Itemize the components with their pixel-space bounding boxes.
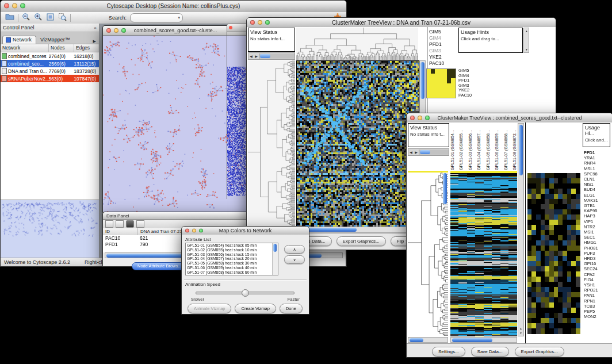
- treeview-button[interactable]: Export Graphics...: [336, 236, 386, 246]
- zoom-button[interactable]: [425, 116, 430, 120]
- minimize-button[interactable]: [258, 20, 262, 25]
- attribute-list-item[interactable]: GPL51-06 (GSM859) heat shock 40 min: [186, 266, 278, 270]
- minimize-button[interactable]: [192, 229, 196, 233]
- gene-label[interactable]: HAP3: [584, 213, 598, 219]
- gene-label[interactable]: RNR4: [584, 160, 598, 166]
- done-button[interactable]: Done: [280, 304, 303, 313]
- close-icon[interactable]: ×: [94, 25, 97, 30]
- close-button[interactable]: [185, 229, 189, 233]
- gene-label[interactable]: RPO21: [584, 288, 598, 293]
- tab-network[interactable]: Network: [2, 36, 36, 44]
- scroll-down-icon[interactable]: ▼: [524, 47, 529, 52]
- col-network[interactable]: Network: [1, 44, 49, 52]
- gene-label[interactable]: PFD1: [584, 150, 598, 155]
- gene-label[interactable]: GIM4: [429, 35, 444, 41]
- hints-vscrollbar[interactable]: ▲ ▼: [523, 28, 529, 53]
- zoom-button[interactable]: [20, 3, 25, 9]
- gene-label[interactable]: GTB1: [584, 203, 598, 208]
- close-button[interactable]: [250, 20, 255, 25]
- zoom-out-icon[interactable]: [22, 13, 30, 24]
- network-table-row[interactable]: combined_scores 2764(0) 16218(0): [1, 52, 99, 60]
- scroll-up-icon[interactable]: ▲: [518, 326, 523, 331]
- map-colors-titlebar[interactable]: Map Colors to Network: [182, 227, 309, 235]
- gene-label[interactable]: CPA2: [584, 272, 598, 277]
- scroll-right-icon[interactable]: ▶: [254, 54, 259, 58]
- treeview-dna-titlebar[interactable]: ClusterMaker TreeView : DNA and Tran 07-…: [247, 18, 556, 28]
- gene-label[interactable]: PHO81: [584, 246, 598, 251]
- attribute-list-item[interactable]: GPL51-05 (GSM858) heat shock 30 min: [186, 261, 278, 266]
- cytoscape-titlebar[interactable]: Cytoscape Desktop (Session Name: collins…: [1, 1, 346, 12]
- scroll-left-icon[interactable]: ◀: [408, 150, 414, 154]
- minimize-button[interactable]: [418, 116, 422, 120]
- open-folder-icon[interactable]: [5, 13, 14, 23]
- create-attribute-icon[interactable]: [116, 220, 124, 228]
- zoom-button[interactable]: [199, 229, 203, 233]
- treeview-button[interactable]: Settings...: [432, 347, 465, 357]
- scroll-right-icon[interactable]: ▶: [414, 150, 419, 154]
- attribute-list-item[interactable]: GPL51-01 (GSM854) heat shock 05 min: [186, 243, 278, 248]
- gene-label[interactable]: MAK31: [584, 198, 598, 203]
- col-nodes[interactable]: Nodes: [49, 44, 74, 52]
- gene-label[interactable]: PAC10: [429, 60, 444, 67]
- gene-label[interactable]: FIG4: [584, 277, 598, 282]
- gene-label[interactable]: SEC24: [584, 266, 598, 271]
- tree-nav-scrollbar[interactable]: ◀ ▶: [248, 52, 295, 60]
- heatmap-hscrollbar[interactable]: [296, 227, 418, 233]
- attribute-store-icon[interactable]: [126, 220, 134, 228]
- gene-label[interactable]: RPN1: [584, 298, 598, 304]
- search-input[interactable]: ▾: [130, 13, 183, 22]
- array-column-label[interactable]: GPL51-02 (GSM855...: [459, 123, 464, 170]
- network-table-row[interactable]: combined_sco... 2569(6) 13112(15): [1, 60, 99, 67]
- gene-label[interactable]: NIS1: [584, 182, 598, 187]
- zoom-button[interactable]: [265, 20, 270, 25]
- col-id[interactable]: ID: [103, 228, 138, 235]
- scroll-left-icon[interactable]: ◀: [248, 54, 254, 58]
- attribute-list-item[interactable]: GPL51-03 (GSM856) heat shock 15 min: [186, 252, 278, 257]
- attribute-list-item[interactable]: GPL51-02 (GSM855) heat shock 10 min: [186, 248, 278, 252]
- gene-label[interactable]: PAN1: [584, 293, 598, 298]
- slider-thumb[interactable]: [242, 289, 249, 297]
- gene-label[interactable]: HMG1: [584, 240, 598, 245]
- array-column-label[interactable]: GPL51-03 (GSM856...: [468, 123, 473, 170]
- heatmap-vscrollbar[interactable]: ▲ ▼: [518, 123, 524, 336]
- create-vizmap-button[interactable]: Create Vizmap: [235, 304, 276, 313]
- row-dendrogram[interactable]: [248, 60, 295, 226]
- attribute-list-scrollbar[interactable]: [272, 243, 278, 275]
- treeview-button[interactable]: Export Graphics...: [515, 347, 564, 357]
- array-column-label[interactable]: GPL51-08 (GSM872...: [512, 123, 517, 170]
- gene-label[interactable]: VIP1: [584, 219, 598, 224]
- treeview-button[interactable]: Save Data...: [471, 347, 509, 357]
- gene-label[interactable]: SEC1: [584, 235, 598, 240]
- gene-label[interactable]: YSH1: [584, 282, 598, 288]
- minimize-button[interactable]: [114, 28, 118, 33]
- gene-label[interactable]: BUD4: [584, 187, 598, 192]
- gene-label[interactable]: PAC10: [458, 93, 472, 98]
- gene-label[interactable]: PEP5: [584, 309, 598, 314]
- node-attribute-browser-button[interactable]: Node Attribute Brows...: [132, 262, 188, 270]
- heatmap-hscrollbar[interactable]: [450, 337, 517, 343]
- heatmap-zoom[interactable]: [527, 173, 580, 334]
- col-edges[interactable]: Edges: [74, 44, 98, 52]
- heatmap-main[interactable]: [296, 60, 419, 227]
- zoom-in-icon[interactable]: [34, 13, 43, 24]
- gene-label[interactable]: SPC98: [584, 171, 598, 177]
- gene-label[interactable]: MSL1: [584, 166, 598, 171]
- gene-label[interactable]: KAP95: [584, 208, 598, 213]
- gene-label[interactable]: NTR2: [584, 224, 598, 229]
- network-overview-thumbnail[interactable]: [1, 200, 99, 258]
- gene-label[interactable]: MSI1: [584, 229, 598, 235]
- dendrogram-scroll-pill[interactable]: [443, 173, 447, 204]
- zoom-button[interactable]: [121, 28, 126, 33]
- scroll-up-icon[interactable]: ▲: [524, 29, 529, 33]
- row-dendrogram[interactable]: [408, 171, 448, 336]
- select-attributes-icon[interactable]: [105, 220, 113, 228]
- background-window-titlebar-fragment[interactable]: [227, 24, 248, 32]
- gene-label[interactable]: PUF3: [584, 251, 598, 256]
- treeview-combined-titlebar[interactable]: ClusterMaker TreeView : combined_scores_…: [407, 113, 612, 123]
- gene-label[interactable]: MON2: [584, 314, 598, 319]
- tab-overflow-icon[interactable]: ▶: [93, 39, 97, 44]
- gene-label[interactable]: GIM3: [429, 48, 444, 54]
- network-table-row[interactable]: sRNAPuberNov2... 563(0) 107847(0): [1, 75, 99, 82]
- zoom-selected-icon[interactable]: [58, 13, 67, 24]
- dendrogram-hscrollbar[interactable]: [408, 337, 448, 343]
